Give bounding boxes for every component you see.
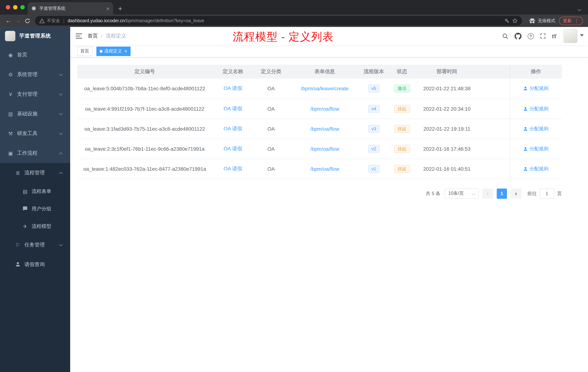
assign-rule-link[interactable]: 分配规则 bbox=[524, 85, 548, 92]
sidebar-item-user-group[interactable]: 用户分组 bbox=[0, 200, 70, 218]
tab-favicon-icon bbox=[31, 6, 36, 11]
browser-menu-icon[interactable]: ⋮ bbox=[574, 18, 579, 23]
window-controls bbox=[6, 5, 25, 10]
sidebar-item-label: 流程模型 bbox=[32, 223, 51, 230]
col-status: 状态 bbox=[387, 65, 418, 79]
tab-search-chevron-icon[interactable] bbox=[578, 5, 581, 12]
app-logo[interactable]: 芋道管理系统 bbox=[0, 27, 70, 45]
table-row: oa_leave:5:004b710b-7b8a-11ec-8ef0-acde4… bbox=[77, 79, 562, 99]
sidebar-item-label: 流程表单 bbox=[32, 188, 51, 195]
form-link[interactable]: /bpm/oa/flow bbox=[310, 126, 339, 131]
forward-button[interactable]: → bbox=[13, 18, 22, 24]
browser-window: 芋道管理系统 × + ← → 不安全 dashboard.yudao.iocod… bbox=[0, 0, 588, 372]
tag-close-icon[interactable]: × bbox=[124, 49, 127, 54]
assign-rule-link[interactable]: 分配规则 bbox=[524, 165, 548, 172]
page-size-select[interactable]: 10条/页 bbox=[445, 188, 479, 198]
col-definition-category: 定义分类 bbox=[254, 65, 288, 79]
sidebar-item-process-management[interactable]: ≣ 流程管理 bbox=[0, 163, 70, 183]
dashboard-icon: ◉ bbox=[7, 52, 14, 57]
tab-close-icon[interactable]: × bbox=[106, 6, 109, 11]
breadcrumb: 首页 / 流程定义 bbox=[88, 33, 126, 39]
sidebar-item-system[interactable]: ⚙ 系统管理 bbox=[0, 65, 70, 85]
col-process-version: 流程版本 bbox=[361, 65, 387, 79]
chevron-down-icon bbox=[472, 192, 475, 195]
active-tag-dot bbox=[100, 50, 103, 53]
refresh-button[interactable] bbox=[22, 18, 32, 23]
current-page-button[interactable]: 1 bbox=[497, 188, 507, 198]
assign-rule-link[interactable]: 分配规则 bbox=[524, 145, 548, 152]
goto-page-input[interactable] bbox=[540, 188, 554, 198]
search-icon[interactable] bbox=[502, 33, 508, 39]
version-badge: v2 bbox=[368, 145, 380, 153]
version-badge: v4 bbox=[368, 105, 380, 113]
page-annotation: 流程模型 - 定义列表 bbox=[233, 30, 334, 44]
sidebar-item-infrastructure[interactable]: ▥ 基础设施 bbox=[0, 104, 70, 124]
sidebar-item-home[interactable]: ◉ 首页 bbox=[0, 45, 70, 65]
form-link[interactable]: /bpm/oa/flow bbox=[310, 166, 339, 172]
sidebar-item-label: 首页 bbox=[17, 52, 27, 58]
page-size-value: 10条/页 bbox=[448, 190, 464, 197]
cell-filler bbox=[476, 159, 510, 179]
app-frame: 芋道管理系统 ◉ 首页 ⚙ 系统管理 ¥ 支付管理 ▥ bbox=[0, 27, 588, 372]
form-link[interactable]: /bpm/oa/flow bbox=[310, 146, 339, 152]
zoom-window-button[interactable] bbox=[20, 5, 25, 10]
user-group-icon bbox=[22, 206, 28, 212]
sidebar-item-process-form[interactable]: ▤ 流程表单 bbox=[0, 183, 70, 200]
chevron-down-icon bbox=[59, 92, 63, 96]
user-menu[interactable] bbox=[564, 29, 584, 43]
definition-name-link[interactable]: OA 请假 bbox=[224, 125, 242, 131]
definition-name-link[interactable]: OA 请假 bbox=[224, 105, 242, 111]
close-window-button[interactable] bbox=[6, 5, 10, 10]
logo-image bbox=[5, 31, 16, 42]
sidebar-top: 芋道管理系统 ◉ 首页 ⚙ 系统管理 ¥ 支付管理 ▥ bbox=[0, 27, 70, 163]
process-model-icon: ✈ bbox=[22, 224, 28, 229]
tag-home[interactable]: 首页 bbox=[77, 46, 92, 56]
definition-table: 定义编号 定义名称 定义分类 表单信息 流程版本 状态 部署时间 操作 bbox=[77, 65, 562, 179]
version-badge: v3 bbox=[368, 125, 380, 133]
bookmark-star-icon[interactable] bbox=[512, 18, 518, 24]
sidebar-submenu: ≣ 流程管理 ▤ 流程表单 用户分组 ✈ 流程模型 bbox=[0, 163, 70, 274]
breadcrumb-home[interactable]: 首页 bbox=[88, 33, 98, 39]
help-icon[interactable]: ? bbox=[528, 33, 534, 39]
definition-name-link[interactable]: OA 请假 bbox=[224, 145, 242, 151]
address-bar[interactable]: 不安全 dashboard.yudao.iocoder.cn/bpm/manag… bbox=[35, 16, 522, 25]
chevron-down-icon bbox=[59, 131, 63, 135]
prev-page-button[interactable]: ‹ bbox=[482, 188, 493, 198]
key-icon[interactable] bbox=[504, 18, 510, 23]
sidebar-item-leave-query[interactable]: 请假查询 bbox=[0, 255, 70, 274]
next-page-button[interactable]: › bbox=[511, 188, 521, 198]
sidebar-item-label: 研发工具 bbox=[17, 130, 37, 137]
table-row: oa_leave:3:1fad3d93-7b75-11ec-a3c8-acde4… bbox=[77, 119, 562, 139]
fullscreen-icon[interactable] bbox=[540, 33, 546, 39]
minimize-window-button[interactable] bbox=[13, 5, 17, 10]
back-button[interactable]: ← bbox=[4, 18, 13, 24]
chevron-down-icon bbox=[59, 72, 63, 76]
sidebar-item-devtools[interactable]: ⚒ 研发工具 bbox=[0, 124, 70, 143]
assign-rule-link[interactable]: 分配规则 bbox=[524, 105, 548, 112]
form-icon: ▤ bbox=[22, 189, 28, 194]
avatar[interactable] bbox=[564, 29, 578, 43]
infrastructure-icon: ▥ bbox=[7, 111, 14, 117]
definition-name-link[interactable]: OA 请假 bbox=[224, 165, 242, 171]
sidebar-item-payment[interactable]: ¥ 支付管理 bbox=[0, 85, 70, 104]
incognito-label: 无痕模式 bbox=[538, 18, 555, 24]
browser-tab[interactable]: 芋道管理系统 × bbox=[28, 2, 113, 15]
form-link[interactable]: /bpm/oa/leave/create bbox=[301, 86, 348, 92]
github-icon[interactable] bbox=[514, 33, 521, 40]
sidebar-item-workflow[interactable]: ▣ 工作流程 bbox=[0, 143, 70, 163]
sidebar-collapse-button[interactable] bbox=[70, 33, 88, 39]
cell-category: OA bbox=[254, 159, 288, 179]
sidebar-item-process-model[interactable]: ✈ 流程模型 bbox=[0, 218, 70, 235]
assign-rule-link[interactable]: 分配规则 bbox=[524, 125, 548, 132]
cell-filler bbox=[476, 119, 510, 139]
chrome-update-button[interactable]: 更新 ⋮ bbox=[559, 17, 583, 25]
sidebar-item-task-management[interactable]: ⚐ 任务管理 bbox=[0, 235, 70, 255]
font-size-icon[interactable]: tT bbox=[552, 33, 556, 39]
new-tab-button[interactable]: + bbox=[118, 5, 122, 12]
definition-name-link[interactable]: OA 请假 bbox=[224, 85, 242, 91]
cell-definition-id: oa_leave:3:1fad3d93-7b75-11ec-a3c8-acde4… bbox=[77, 119, 212, 139]
incognito-icon bbox=[529, 18, 536, 23]
sidebar-item-label: 工作流程 bbox=[17, 150, 37, 156]
tag-process-definition[interactable]: 流程定义 × bbox=[96, 46, 130, 56]
form-link[interactable]: /bpm/oa/flow bbox=[310, 106, 339, 111]
